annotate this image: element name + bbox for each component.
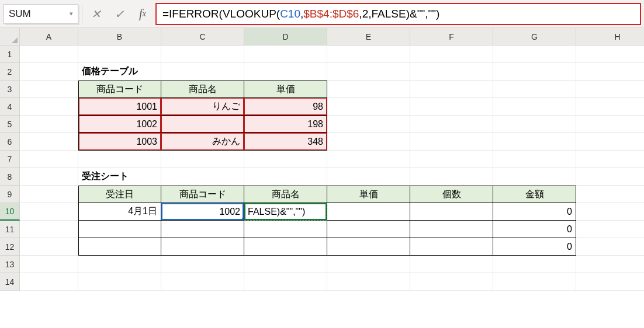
cell-D11[interactable] [244, 221, 327, 238]
col-header-H[interactable]: H [576, 28, 644, 46]
cell-A8[interactable] [20, 168, 78, 186]
cell-C9[interactable]: 商品コード [161, 186, 244, 203]
cell-F3[interactable] [410, 81, 493, 98]
cell-G8[interactable] [493, 168, 576, 186]
cell-C6[interactable]: みかん [161, 133, 244, 151]
cell-E10[interactable] [327, 203, 410, 221]
cell-F7[interactable] [410, 151, 493, 168]
cell-H10[interactable] [576, 203, 644, 221]
cell-D12[interactable] [244, 238, 327, 256]
cell-F12[interactable] [410, 238, 493, 256]
cell-G6[interactable] [493, 133, 576, 151]
cell-H8[interactable] [576, 168, 644, 186]
cell-D10[interactable]: FALSE)&"","") [244, 203, 327, 221]
select-all-corner[interactable] [0, 28, 20, 46]
cell-G11[interactable]: 0 [493, 221, 576, 238]
cell-C11[interactable] [161, 221, 244, 238]
cell-A1[interactable] [20, 46, 78, 63]
formula-input[interactable]: =IFERROR ( VLOOKUP ( C10 , $B$4:$D$6 ,2,… [156, 4, 640, 25]
col-header-C[interactable]: C [161, 28, 244, 46]
row-header-8[interactable]: 8 [0, 168, 20, 186]
cell-B14[interactable] [78, 273, 161, 291]
row-header-4[interactable]: 4 [0, 98, 20, 116]
row-header-10[interactable]: 10 [0, 203, 20, 221]
cell-F1[interactable] [410, 46, 493, 63]
cell-G5[interactable] [493, 116, 576, 133]
cell-G4[interactable] [493, 98, 576, 116]
cell-C12[interactable] [161, 238, 244, 256]
cell-H2[interactable] [576, 63, 644, 81]
col-header-E[interactable]: E [327, 28, 410, 46]
cell-H12[interactable] [576, 238, 644, 256]
cell-D7[interactable] [244, 151, 327, 168]
col-header-A[interactable]: A [20, 28, 78, 46]
cell-H13[interactable] [576, 256, 644, 273]
cell-D2[interactable] [244, 63, 327, 81]
cell-B7[interactable] [78, 151, 161, 168]
col-header-B[interactable]: B [78, 28, 161, 46]
row-header-3[interactable]: 3 [0, 81, 20, 98]
cell-F9[interactable]: 個数 [410, 186, 493, 203]
row-header-9[interactable]: 9 [0, 186, 20, 203]
cell-G10[interactable]: 0 [493, 203, 576, 221]
col-header-G[interactable]: G [493, 28, 576, 46]
row-header-7[interactable]: 7 [0, 151, 20, 168]
cell-C1[interactable] [161, 46, 244, 63]
cell-C3[interactable]: 商品名 [161, 81, 244, 98]
cell-B8[interactable]: 受注シート [78, 168, 161, 186]
cell-E3[interactable] [327, 81, 410, 98]
cell-F2[interactable] [410, 63, 493, 81]
cell-E7[interactable] [327, 151, 410, 168]
cell-B3[interactable]: 商品コード [78, 81, 161, 98]
cell-D14[interactable] [244, 273, 327, 291]
cell-A7[interactable] [20, 151, 78, 168]
row-header-12[interactable]: 12 [0, 238, 20, 256]
cell-A2[interactable] [20, 63, 78, 81]
cell-F4[interactable] [410, 98, 493, 116]
cell-F8[interactable] [410, 168, 493, 186]
cell-E1[interactable] [327, 46, 410, 63]
row-header-13[interactable]: 13 [0, 256, 20, 273]
cell-C5[interactable] [161, 116, 244, 133]
cell-F6[interactable] [410, 133, 493, 151]
cell-G1[interactable] [493, 46, 576, 63]
cell-F10[interactable] [410, 203, 493, 221]
cell-B5[interactable]: 1002 [78, 116, 161, 133]
row-header-11[interactable]: 11 [0, 221, 20, 238]
col-header-D[interactable]: D [244, 28, 327, 46]
enter-formula-icon[interactable]: ✓ [109, 4, 129, 24]
cell-G13[interactable] [493, 256, 576, 273]
row-header-2[interactable]: 2 [0, 63, 20, 81]
cell-D3[interactable]: 単価 [244, 81, 327, 98]
cell-B6[interactable]: 1003 [78, 133, 161, 151]
row-header-6[interactable]: 6 [0, 133, 20, 151]
cell-A10[interactable] [20, 203, 78, 221]
cell-E13[interactable] [327, 256, 410, 273]
cell-E5[interactable] [327, 116, 410, 133]
cell-A13[interactable] [20, 256, 78, 273]
cell-G3[interactable] [493, 81, 576, 98]
cell-F13[interactable] [410, 256, 493, 273]
cell-E11[interactable] [327, 221, 410, 238]
cell-C14[interactable] [161, 273, 244, 291]
cell-B13[interactable] [78, 256, 161, 273]
cell-C8[interactable] [161, 168, 244, 186]
cell-A4[interactable] [20, 98, 78, 116]
cell-C10[interactable]: 1002 [161, 203, 244, 221]
cell-E2[interactable] [327, 63, 410, 81]
cell-G14[interactable] [493, 273, 576, 291]
cell-A9[interactable] [20, 186, 78, 203]
cell-B1[interactable] [78, 46, 161, 63]
cell-H7[interactable] [576, 151, 644, 168]
row-header-1[interactable]: 1 [0, 46, 20, 63]
cell-H5[interactable] [576, 116, 644, 133]
row-header-14[interactable]: 14 [0, 273, 20, 291]
cell-G9[interactable]: 金額 [493, 186, 576, 203]
cell-A5[interactable] [20, 116, 78, 133]
cell-D1[interactable] [244, 46, 327, 63]
cell-A11[interactable] [20, 221, 78, 238]
cell-B4[interactable]: 1001 [78, 98, 161, 116]
cell-C13[interactable] [161, 256, 244, 273]
cell-A12[interactable] [20, 238, 78, 256]
cell-E6[interactable] [327, 133, 410, 151]
